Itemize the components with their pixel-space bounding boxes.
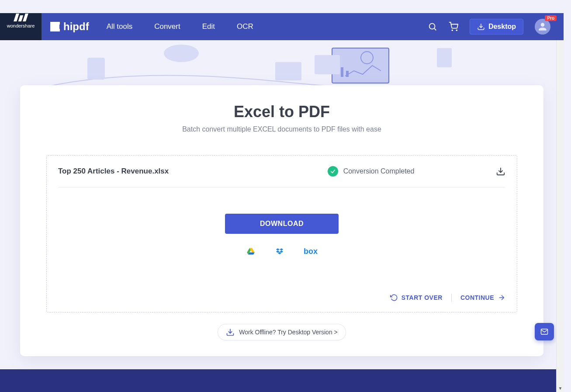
svg-rect-7 [275, 62, 301, 80]
panel-footer-actions: START OVER CONTINUE [390, 294, 505, 302]
download-box-icon [477, 23, 485, 31]
nav-ocr[interactable]: OCR [237, 22, 253, 31]
hipdf-brand[interactable]: hipdf [50, 21, 89, 33]
vertical-scrollbar[interactable]: ▲ ▼ [556, 0, 564, 392]
contact-mail-fab[interactable] [535, 323, 554, 340]
nav-right: Desktop Pro [428, 19, 564, 35]
scroll-down-icon[interactable]: ▼ [557, 385, 564, 392]
user-avatar[interactable]: Pro [535, 19, 550, 35]
offline-pill-label: Work Offline? Try Desktop Version > [239, 329, 338, 336]
mail-icon [540, 328, 549, 336]
svg-marker-19 [280, 248, 283, 250]
file-panel: Top 250 Articles - Revenue.xlsx Conversi… [46, 155, 517, 312]
file-row: Top 250 Articles - Revenue.xlsx Conversi… [58, 156, 505, 187]
page-title: Excel to PDF [20, 103, 543, 121]
svg-rect-12 [341, 67, 343, 77]
check-circle-icon [328, 166, 338, 177]
svg-rect-10 [315, 55, 340, 74]
svg-point-11 [361, 52, 373, 64]
search-icon[interactable] [428, 22, 437, 31]
download-box-small-icon [226, 328, 235, 336]
page-subtitle: Batch convert multiple EXCEL documents t… [20, 125, 543, 133]
start-over-button[interactable]: START OVER [390, 294, 443, 302]
svg-marker-18 [276, 248, 280, 250]
desktop-button[interactable]: Desktop [470, 19, 523, 35]
nav-convert[interactable]: Convert [154, 22, 180, 31]
svg-rect-13 [346, 71, 349, 77]
wondershare-mark-icon [15, 12, 27, 21]
start-over-label: START OVER [401, 294, 443, 301]
google-drive-icon[interactable] [246, 247, 256, 256]
nav-edit[interactable]: Edit [202, 22, 215, 31]
decorative-band [0, 40, 564, 93]
svg-point-6 [164, 45, 199, 62]
svg-point-2 [452, 30, 453, 31]
continue-button[interactable]: CONTINUE [460, 294, 505, 302]
file-name: Top 250 Articles - Revenue.xlsx [58, 167, 246, 176]
hipdf-logo-icon [50, 22, 60, 31]
download-button[interactable]: DOWNLOAD [225, 214, 339, 234]
box-icon[interactable]: box [304, 247, 318, 256]
file-status-text: Conversion Completed [343, 167, 415, 175]
desktop-button-label: Desktop [488, 23, 516, 31]
footer-band [0, 369, 564, 392]
arrow-right-icon [498, 294, 505, 302]
pro-badge: Pro [545, 15, 557, 21]
top-strip [0, 0, 564, 13]
svg-rect-8 [437, 48, 452, 67]
dropbox-icon[interactable] [275, 247, 284, 256]
file-status: Conversion Completed [246, 166, 496, 177]
divider [451, 294, 452, 302]
svg-line-1 [434, 28, 436, 30]
navbar: hipdf All tools Convert Edit OCR Desktop [42, 13, 564, 40]
person-icon [537, 21, 548, 32]
download-file-icon[interactable] [496, 167, 505, 176]
offline-desktop-pill[interactable]: Work Offline? Try Desktop Version > [218, 324, 346, 340]
nav-all-tools[interactable]: All tools [107, 22, 133, 31]
main-card: Excel to PDF Batch convert multiple EXCE… [20, 85, 543, 356]
nav-links: All tools Convert Edit OCR [107, 22, 253, 31]
continue-label: CONTINUE [460, 294, 494, 301]
wondershare-label: wondershare [7, 23, 35, 28]
svg-rect-5 [87, 58, 105, 80]
svg-rect-9 [332, 48, 389, 83]
cloud-save-row: box [58, 247, 505, 256]
undo-icon [390, 294, 398, 302]
cart-icon[interactable] [449, 22, 458, 31]
svg-point-3 [456, 30, 457, 31]
svg-point-0 [429, 24, 435, 29]
hipdf-brand-label: hipdf [63, 21, 89, 33]
